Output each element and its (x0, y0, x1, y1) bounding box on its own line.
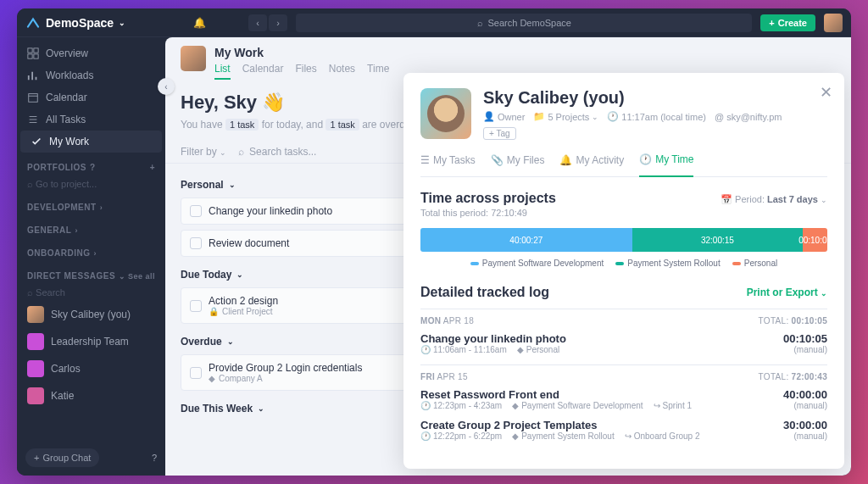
add-tag-button[interactable]: + Tag (483, 127, 516, 140)
local-time: 🕐11:17am (local time) (607, 111, 706, 122)
tab-notes[interactable]: Notes (329, 63, 355, 80)
see-all-link[interactable]: See all (128, 272, 155, 281)
group-general[interactable]: GENERAL › (17, 215, 165, 238)
go-to-project[interactable]: ⌕ Go to project... (17, 175, 165, 192)
dm-sky[interactable]: Sky Calibey (you) (17, 301, 165, 328)
workspace-switcher[interactable]: DemoSpace ⌄ (25, 15, 125, 31)
checkbox[interactable] (190, 300, 202, 312)
sidebar-item-label: My Work (49, 136, 89, 147)
checkbox[interactable] (190, 205, 202, 217)
log-entry-manual: (manual) (783, 345, 827, 354)
topbar: DemoSpace ⌄ 🔔 ‹ › ⌕ Search DemoSpace + C… (17, 8, 851, 37)
user-avatar[interactable] (824, 14, 843, 32)
nav-back-button[interactable]: ‹ (248, 14, 267, 31)
chart-icon (27, 70, 39, 81)
sidebar-item-label: Calendar (46, 92, 87, 103)
period-selector[interactable]: 📅 Period: Last 7 days ⌄ (721, 194, 827, 205)
chevron-down-icon: ⌄ (821, 289, 827, 298)
sidebar-item-label: Overview (46, 47, 88, 59)
tab-my-time[interactable]: 🕐My Time (639, 153, 693, 177)
log-entry-value: 40:00:00 (783, 388, 827, 401)
tab-my-files[interactable]: 📎My Files (491, 153, 545, 176)
at-icon: @ (715, 112, 724, 122)
entry-project: ◆Payment System Rollout (512, 431, 615, 441)
log-entry[interactable]: Change your linkedin photo 🕐11:06am - 11… (420, 325, 827, 356)
global-search[interactable]: ⌕ Search DemoSpace (296, 14, 752, 32)
portfolios-header: PORTFOLIOS ? + (17, 153, 165, 175)
log-entry[interactable]: Reset Password Front end 🕐12:23pm - 4:23… (420, 381, 827, 412)
log-entry-value: 30:00:00 (783, 419, 827, 431)
search-icon: ⌕ (27, 287, 33, 298)
sidebar-item-my-work[interactable]: My Work (20, 131, 162, 153)
nav-forward-button[interactable]: › (269, 14, 287, 31)
history-nav: ‹ › (248, 14, 287, 31)
group-development[interactable]: DEVELOPMENT › (17, 192, 165, 215)
dm-katie[interactable]: Katie (17, 382, 165, 409)
sidebar-collapse-button[interactable]: ‹ (158, 78, 175, 95)
sidebar-item-all-tasks[interactable]: All Tasks (17, 108, 165, 131)
log-day-total: 00:10:05 (792, 316, 827, 325)
checkbox[interactable] (190, 237, 202, 249)
task-project: Company A (219, 374, 263, 383)
log-entry-manual: (manual) (783, 431, 827, 441)
task-project: Client Project (222, 307, 272, 316)
checkbox[interactable] (190, 367, 202, 379)
bar-segment-dev[interactable]: 40:00:27 (420, 228, 632, 252)
legend-item: Payment Software Development (470, 259, 604, 268)
user-avatar (181, 46, 206, 71)
calendar-icon (27, 92, 39, 103)
sidebar-item-overview[interactable]: Overview (17, 42, 165, 64)
help-icon[interactable]: ? (90, 163, 96, 172)
chevron-down-icon: ⌄ (258, 404, 264, 413)
search-icon: ⌕ (238, 146, 244, 158)
dm-label: Leadership Team (51, 336, 129, 348)
export-button[interactable]: Print or Export ⌄ (747, 287, 827, 298)
group-chat-button[interactable]: +Group Chat (25, 448, 99, 467)
dm-leadership[interactable]: Leadership Team (17, 328, 165, 355)
email[interactable]: @sky@nifty.pm (715, 111, 782, 122)
legend-item: Payment System Rollout (615, 259, 721, 268)
group-onboarding[interactable]: ONBOARDING › (17, 238, 165, 261)
create-button[interactable]: + Create (760, 14, 815, 31)
chevron-down-icon[interactable]: ⌄ (119, 272, 126, 281)
add-portfolio-button[interactable]: + (150, 163, 155, 172)
close-button[interactable]: ✕ (820, 83, 832, 102)
dm-carlos[interactable]: Carlos (17, 355, 165, 382)
folder-icon: ◆ (512, 401, 519, 410)
avatar (27, 387, 44, 404)
notifications-icon[interactable]: 🔔 (193, 17, 206, 29)
user-icon: 👤 (483, 111, 495, 122)
log-entry-value: 00:10:05 (783, 332, 827, 345)
chevron-down-icon: ⌄ (821, 196, 827, 204)
tab-my-activity[interactable]: 🔔My Activity (559, 153, 624, 176)
tab-calendar[interactable]: Calendar (242, 63, 284, 80)
log-dow: FRI (420, 372, 435, 381)
entry-time: 🕐12:22pm - 6:22pm (420, 431, 502, 441)
log-entry[interactable]: Create Group 2 Project Templates 🕐12:22p… (420, 412, 827, 442)
tab-list[interactable]: List (214, 63, 231, 80)
dm-search[interactable]: ⌕ Search (17, 284, 165, 301)
grid-icon (27, 47, 39, 59)
clock-icon: 🕐 (607, 111, 619, 122)
tab-my-tasks[interactable]: ☰My Tasks (420, 153, 476, 176)
task-count-chip: 1 task (225, 119, 259, 131)
chevron-right-icon: › (93, 249, 97, 258)
entry-project: ◆Personal (517, 345, 559, 354)
dm-label: Katie (51, 390, 74, 402)
tab-time[interactable]: Time (367, 63, 389, 80)
list-icon (27, 114, 39, 125)
help-icon[interactable]: ? (152, 453, 157, 463)
sidebar-item-workloads[interactable]: Workloads (17, 64, 165, 86)
task-search[interactable]: ⌕Search tasks... (238, 146, 316, 158)
folder-icon: ◆ (209, 374, 215, 383)
bar-segment-personal[interactable]: 00:10:05 (803, 228, 827, 252)
tab-files[interactable]: Files (295, 63, 316, 80)
bar-segment-rollout[interactable]: 32:00:15 (632, 228, 804, 252)
sidebar-item-calendar[interactable]: Calendar (17, 86, 165, 108)
entry-time: 🕐11:06am - 11:16am (420, 345, 507, 354)
filter-button[interactable]: Filter by ⌄ (181, 146, 226, 158)
search-icon: ⌕ (477, 18, 483, 28)
projects-count[interactable]: 📁5 Projects⌄ (533, 111, 598, 122)
sidebar: Overview Workloads Calendar All Tasks My… (17, 37, 165, 476)
overdue-count-chip: 1 task (326, 119, 359, 131)
